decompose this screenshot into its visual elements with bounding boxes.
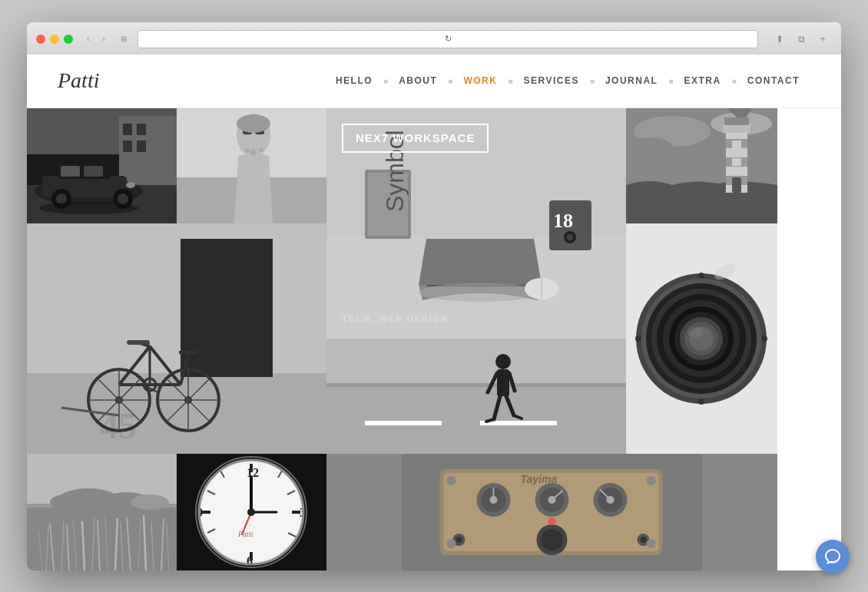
svg-point-198: [647, 539, 656, 548]
svg-point-49: [626, 137, 672, 156]
portfolio-item-lens[interactable]: [626, 223, 777, 454]
svg-point-94: [495, 354, 511, 369]
svg-point-114: [687, 327, 703, 338]
svg-point-115: [698, 273, 704, 279]
close-button[interactable]: [36, 35, 45, 44]
window-resize-button[interactable]: ⊞: [116, 33, 131, 45]
svg-rect-90: [326, 385, 626, 454]
workspace-title-box: NEX7 WORKSPACE: [342, 124, 489, 153]
svg-point-188: [542, 529, 563, 551]
svg-rect-55: [724, 117, 749, 125]
nav-item-work[interactable]: WORK: [452, 75, 508, 86]
svg-point-192: [456, 537, 462, 543]
workspace-overlay: NEX7 WORKSPACE TECH. WEB DESIGN: [326, 108, 626, 339]
svg-rect-64: [181, 239, 273, 377]
forward-button[interactable]: ›: [98, 33, 110, 45]
portfolio-grid: Symbol 18 NEX7 WORKSPACE: [27, 108, 841, 571]
svg-point-30: [250, 150, 257, 156]
svg-point-17: [126, 182, 135, 188]
portfolio-item-workspace[interactable]: Symbol 18 NEX7 WORKSPACE: [326, 108, 626, 339]
nav-item-services[interactable]: SERVICES: [512, 75, 589, 86]
browser-chrome: ‹ › ⊞ ↻ ⬆ ⧉ +: [27, 22, 841, 55]
svg-rect-61: [27, 223, 326, 377]
workspace-title: NEX7 WORKSPACE: [356, 131, 475, 144]
toolbar-right: ⬆ ⧉ +: [770, 31, 832, 47]
back-button[interactable]: ‹: [82, 33, 94, 45]
svg-rect-123: [27, 508, 177, 571]
svg-point-28: [237, 114, 270, 133]
svg-point-116: [698, 399, 704, 405]
svg-point-197: [447, 539, 456, 548]
workspace-subtitle: TECH. WEB DESIGN: [342, 314, 611, 323]
svg-rect-73: [127, 340, 150, 345]
svg-point-194: [641, 537, 647, 543]
nav-item-hello[interactable]: HELLO: [325, 75, 383, 86]
svg-point-16: [118, 193, 128, 204]
address-bar[interactable]: ↻: [137, 30, 758, 48]
svg-rect-91: [326, 383, 626, 387]
nav-item-journal[interactable]: JOURNAL: [595, 75, 669, 86]
svg-point-29: [245, 148, 250, 153]
svg-rect-12: [84, 166, 103, 177]
site-header: Patti HELLO ■ ABOUT ■ WORK ■ SERVICES ■ …: [27, 55, 841, 108]
svg-point-14: [56, 193, 67, 204]
share-button[interactable]: ⬆: [770, 31, 789, 47]
refresh-icon: ↻: [445, 34, 452, 44]
portfolio-item-guitar-pedal[interactable]: Tayima: [326, 454, 777, 571]
svg-rect-4: [123, 124, 132, 135]
svg-point-196: [647, 476, 656, 485]
svg-point-31: [259, 147, 263, 152]
svg-rect-59: [732, 141, 741, 148]
site-nav: HELLO ■ ABOUT ■ WORK ■ SERVICES ■ JOURNA…: [325, 75, 810, 86]
svg-point-195: [447, 476, 456, 485]
svg-point-167: [247, 508, 255, 516]
nav-item-contact[interactable]: CONTACT: [737, 75, 810, 86]
portfolio-item-clock[interactable]: 12 3 6 9 Patti: [177, 454, 326, 571]
portfolio-item-car[interactable]: [27, 108, 177, 223]
website: Patti HELLO ■ ABOUT ■ WORK ■ SERVICES ■ …: [27, 55, 841, 571]
chat-icon: [823, 547, 842, 566]
browser-nav-buttons: ‹ ›: [82, 33, 110, 45]
svg-rect-58: [732, 158, 741, 166]
svg-rect-6: [123, 141, 132, 152]
svg-text:Patti: Patti: [237, 530, 253, 538]
minimize-button[interactable]: [50, 35, 59, 44]
svg-point-144: [50, 494, 81, 510]
add-tab-button[interactable]: +: [813, 31, 832, 47]
svg-point-145: [131, 494, 169, 510]
svg-text:Tayima: Tayima: [521, 473, 558, 485]
svg-point-118: [761, 336, 767, 342]
tab-button[interactable]: ⧉: [792, 31, 810, 47]
svg-rect-7: [137, 141, 146, 152]
chat-widget[interactable]: [816, 540, 850, 574]
nav-item-extra[interactable]: EXTRA: [674, 75, 732, 86]
svg-rect-11: [61, 166, 80, 177]
nav-item-about[interactable]: ABOUT: [388, 75, 448, 86]
portfolio-item-bicycle[interactable]: 45: [27, 223, 326, 454]
portfolio-item-lighthouse[interactable]: [626, 108, 777, 223]
maximize-button[interactable]: [64, 35, 73, 44]
portfolio-item-grass[interactable]: [27, 454, 177, 571]
traffic-lights: [36, 35, 73, 44]
svg-point-189: [548, 518, 556, 525]
svg-rect-57: [732, 177, 741, 193]
site-logo[interactable]: Patti: [58, 68, 99, 93]
portfolio-item-person[interactable]: [326, 339, 626, 454]
svg-point-117: [635, 336, 641, 342]
svg-point-18: [38, 202, 138, 214]
svg-rect-5: [137, 124, 146, 135]
browser-window: ‹ › ⊞ ↻ ⬆ ⧉ + Patti HELLO ■ ABOUT ■ WORK…: [27, 22, 841, 571]
portfolio-item-fashion[interactable]: [177, 108, 326, 223]
